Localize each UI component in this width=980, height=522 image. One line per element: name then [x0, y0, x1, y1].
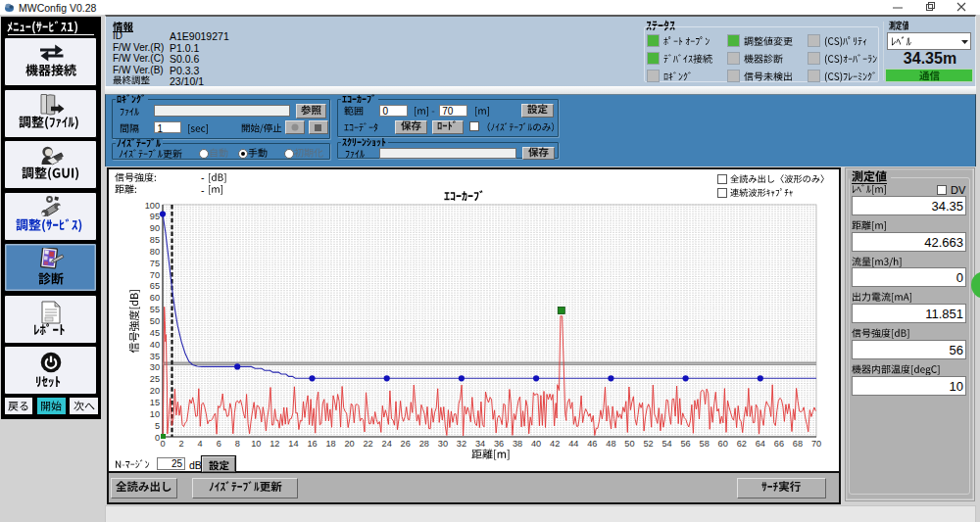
svg-text:4: 4	[198, 439, 203, 449]
svg-text:25: 25	[150, 374, 160, 384]
svg-text:15: 15	[150, 398, 160, 407]
svg-text:68: 68	[793, 439, 803, 449]
svg-text:40: 40	[531, 439, 541, 449]
svg-text:60: 60	[150, 293, 160, 303]
svg-text:28: 28	[419, 439, 429, 449]
svg-text:66: 66	[774, 439, 784, 449]
svg-text:62: 62	[737, 439, 747, 449]
svg-text:40: 40	[150, 340, 160, 350]
svg-text:80: 80	[150, 247, 160, 257]
svg-text:52: 52	[643, 439, 653, 449]
svg-text:16: 16	[307, 439, 317, 449]
svg-text:8: 8	[235, 439, 240, 449]
svg-text:58: 58	[700, 439, 710, 449]
svg-text:26: 26	[401, 439, 411, 449]
svg-text:24: 24	[382, 439, 392, 449]
svg-text:100: 100	[145, 201, 160, 211]
svg-text:75: 75	[150, 259, 160, 268]
svg-text:6: 6	[217, 439, 221, 449]
svg-text:50: 50	[150, 316, 160, 326]
svg-text:30: 30	[150, 362, 160, 372]
svg-text:5: 5	[155, 421, 160, 431]
svg-text:90: 90	[150, 223, 160, 233]
svg-text:0: 0	[155, 433, 160, 443]
svg-text:50: 50	[624, 439, 634, 449]
svg-text:32: 32	[457, 439, 466, 449]
svg-text:14: 14	[288, 439, 298, 449]
svg-text:18: 18	[325, 439, 335, 449]
svg-text:0: 0	[160, 439, 165, 449]
svg-text:70: 70	[150, 270, 160, 280]
svg-text:2: 2	[179, 439, 184, 449]
svg-text:30: 30	[438, 439, 448, 449]
svg-text:10: 10	[150, 409, 160, 419]
svg-text:42: 42	[550, 439, 560, 449]
svg-text:45: 45	[150, 328, 160, 338]
svg-text:20: 20	[344, 439, 354, 449]
svg-text:44: 44	[568, 439, 578, 449]
svg-text:70: 70	[811, 439, 821, 449]
svg-text:10: 10	[251, 439, 261, 449]
svg-text:36: 36	[494, 439, 504, 449]
svg-text:38: 38	[513, 439, 522, 449]
svg-text:22: 22	[363, 439, 372, 449]
svg-text:55: 55	[150, 305, 160, 314]
svg-text:64: 64	[756, 439, 765, 449]
svg-text:95: 95	[150, 212, 160, 221]
svg-text:60: 60	[718, 439, 728, 449]
svg-text:56: 56	[680, 439, 690, 449]
svg-text:54: 54	[662, 439, 671, 449]
svg-text:20: 20	[150, 386, 160, 396]
svg-text:34: 34	[475, 439, 485, 449]
svg-text:35: 35	[150, 352, 160, 361]
svg-text:48: 48	[606, 439, 615, 449]
svg-text:85: 85	[150, 235, 160, 245]
svg-text:46: 46	[587, 439, 597, 449]
svg-text:65: 65	[150, 281, 160, 291]
svg-text:12: 12	[270, 439, 279, 449]
